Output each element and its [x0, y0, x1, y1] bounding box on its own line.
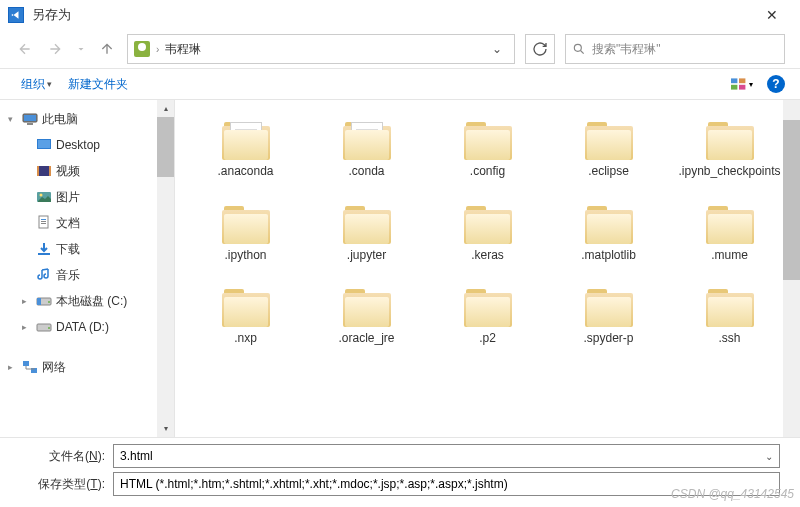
folder-item[interactable]: .keras	[427, 204, 548, 264]
close-button[interactable]: ✕	[752, 7, 792, 23]
scrollbar-up-icon[interactable]: ▴	[157, 100, 174, 117]
folder-name: .keras	[471, 248, 504, 264]
filepane-scrollbar[interactable]	[783, 100, 800, 437]
folder-icon	[343, 287, 391, 327]
folder-name: .ipynb_checkpoints	[678, 164, 780, 180]
folder-icon	[222, 120, 270, 160]
folder-item[interactable]: .ssh	[669, 287, 790, 347]
folder-item[interactable]: .ipynb_checkpoints	[669, 120, 790, 180]
svg-rect-1	[731, 78, 737, 83]
folder-icon	[464, 120, 512, 160]
disk-d-icon	[36, 319, 52, 335]
folder-item[interactable]: .conda	[306, 120, 427, 180]
svg-point-24	[48, 327, 50, 329]
sidebar-tree[interactable]: ▴ ▾ ▾此电脑Desktop视频图片文档下载音乐▸本地磁盘 (C:)▸DATA…	[0, 100, 175, 437]
folder-name: .jupyter	[347, 248, 386, 264]
folder-item[interactable]: .jupyter	[306, 204, 427, 264]
user-folder-icon	[134, 41, 150, 57]
svg-rect-12	[49, 166, 51, 176]
folder-icon	[464, 287, 512, 327]
disk-icon	[36, 293, 52, 309]
scrollbar-thumb[interactable]	[783, 120, 800, 280]
tree-item-label: 下载	[56, 241, 80, 258]
up-button[interactable]	[97, 39, 117, 59]
folder-icon	[706, 287, 754, 327]
svg-rect-17	[41, 221, 46, 222]
folder-name: .anaconda	[217, 164, 273, 180]
folder-item[interactable]: .nxp	[185, 287, 306, 347]
downloads-icon	[36, 241, 52, 257]
address-dropdown[interactable]: ⌄	[486, 42, 508, 56]
refresh-button[interactable]	[525, 34, 555, 64]
tree-item-video[interactable]: 视频	[0, 158, 174, 184]
breadcrumb-current[interactable]: 韦程琳	[165, 41, 201, 58]
video-icon	[36, 163, 52, 179]
tree-item-network[interactable]: ▸网络	[0, 354, 174, 380]
tree-item-label: 本地磁盘 (C:)	[56, 293, 127, 310]
vscode-icon	[8, 7, 24, 23]
scrollbar-thumb[interactable]	[157, 117, 174, 177]
network-icon	[22, 359, 38, 375]
new-folder-button[interactable]: 新建文件夹	[62, 72, 134, 97]
folder-name: .config	[470, 164, 505, 180]
history-dropdown[interactable]	[75, 39, 87, 59]
tree-item-pictures[interactable]: 图片	[0, 184, 174, 210]
folder-item[interactable]: .eclipse	[548, 120, 669, 180]
title-bar: 另存为 ✕	[0, 0, 800, 30]
svg-rect-18	[41, 223, 46, 224]
tree-item-label: 音乐	[56, 267, 80, 284]
folder-icon	[464, 204, 512, 244]
folder-item[interactable]: .config	[427, 120, 548, 180]
back-button[interactable]	[15, 39, 35, 59]
view-options-button[interactable]: ▾	[731, 75, 753, 93]
chevron-right-icon: ›	[156, 44, 159, 55]
folder-item[interactable]: .oracle_jre	[306, 287, 427, 347]
folder-name: .mume	[711, 248, 748, 264]
folder-icon	[585, 120, 633, 160]
tree-item-label: 此电脑	[42, 111, 78, 128]
tree-item-disk[interactable]: ▸本地磁盘 (C:)	[0, 288, 174, 314]
tree-item-downloads[interactable]: 下载	[0, 236, 174, 262]
help-button[interactable]: ?	[767, 75, 785, 93]
scrollbar-down-icon[interactable]: ▾	[157, 420, 174, 437]
folder-icon	[343, 120, 391, 160]
tree-item-docs[interactable]: 文档	[0, 210, 174, 236]
folder-icon	[585, 204, 633, 244]
folder-name: .oracle_jre	[338, 331, 394, 347]
tree-item-desktop[interactable]: Desktop	[0, 132, 174, 158]
folder-icon	[222, 204, 270, 244]
folder-item[interactable]: .matplotlib	[548, 204, 669, 264]
organize-button[interactable]: 组织▾	[15, 72, 58, 97]
folder-name: .nxp	[234, 331, 257, 347]
tree-item-pc[interactable]: ▾此电脑	[0, 106, 174, 132]
navigation-bar: › 韦程琳 ⌄ 搜索"韦程琳"	[0, 30, 800, 68]
sidebar-scrollbar[interactable]: ▴ ▾	[157, 100, 174, 437]
folder-name: .conda	[348, 164, 384, 180]
filename-input[interactable]: 3.html⌄	[113, 444, 780, 468]
file-pane[interactable]: .anaconda.conda.config.eclipse.ipynb_che…	[175, 100, 800, 437]
folder-item[interactable]: .anaconda	[185, 120, 306, 180]
svg-rect-6	[24, 115, 36, 121]
tree-item-label: DATA (D:)	[56, 320, 109, 334]
folder-name: .ipython	[224, 248, 266, 264]
svg-point-22	[48, 301, 50, 303]
filetype-label: 保存类型(T):	[20, 476, 105, 493]
search-icon	[572, 42, 586, 56]
svg-point-14	[40, 194, 43, 197]
tree-item-music[interactable]: 音乐	[0, 262, 174, 288]
svg-rect-3	[731, 85, 737, 90]
folder-item[interactable]: .ipython	[185, 204, 306, 264]
address-bar[interactable]: › 韦程琳 ⌄	[127, 34, 515, 64]
folder-item[interactable]: .p2	[427, 287, 548, 347]
folder-name: .matplotlib	[581, 248, 636, 264]
folder-item[interactable]: .spyder-p	[548, 287, 669, 347]
tree-item-label: 网络	[42, 359, 66, 376]
folder-item[interactable]: .mume	[669, 204, 790, 264]
search-input[interactable]: 搜索"韦程琳"	[565, 34, 785, 64]
svg-rect-10	[37, 166, 51, 176]
svg-rect-21	[37, 298, 41, 305]
pictures-icon	[36, 189, 52, 205]
forward-button[interactable]	[45, 39, 65, 59]
tree-item-disk-d[interactable]: ▸DATA (D:)	[0, 314, 174, 340]
folder-name: .spyder-p	[583, 331, 633, 347]
